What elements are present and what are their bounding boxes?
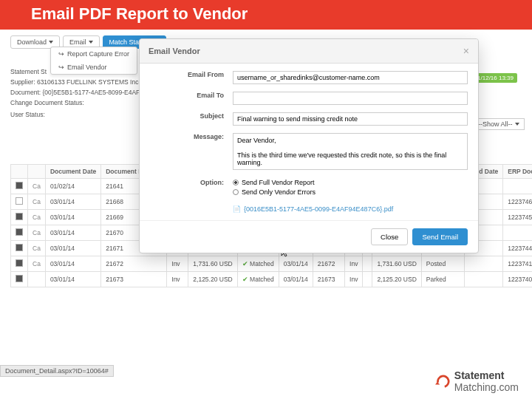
label-subject: Subject [150, 112, 233, 120]
cell-edoc: 1223745 [503, 210, 532, 225]
cell-amount: 1,731.60 USD [372, 256, 421, 272]
page-title: Email PDF Report to Vendor [0, 0, 532, 30]
col-doc-date[interactable]: Document Date [45, 165, 100, 179]
dropdown-report-error[interactable]: ↪Report Capture Error [51, 47, 137, 61]
cell-val: 2,125.20 USD [188, 272, 237, 287]
cell-docnum: 21672 [101, 256, 167, 272]
row-checkbox[interactable] [16, 228, 23, 236]
caret-icon [49, 41, 53, 44]
cell-docnum: 21673 [101, 272, 167, 287]
close-button[interactable]: Close [371, 228, 408, 245]
chat-icon[interactable]: Ca [33, 198, 41, 205]
cell-edoc [503, 179, 532, 194]
cell-edoc: 1223746 [503, 194, 532, 210]
row-checkbox[interactable] [16, 182, 23, 189]
dropdown-email-vendor[interactable]: ↪Email Vendor [51, 61, 137, 74]
cell-paid [465, 256, 503, 272]
option-full-report[interactable]: Send Full Vendor Report [233, 179, 468, 186]
table-row[interactable]: 03/01/14 21673 Inv 2,125.20 USD ✔ Matche… [11, 272, 533, 287]
cell-inv: Inv [167, 256, 188, 272]
label-option: Option: [150, 179, 233, 186]
cell-edoc: 1223744 [503, 241, 532, 256]
cell-inv: Inv [167, 272, 188, 287]
cell-date: 01/02/14 [45, 179, 100, 194]
chat-icon[interactable]: Ca [33, 229, 41, 236]
cell-date: 03/01/14 [45, 194, 100, 210]
cell-match: ✔ Matched [237, 256, 279, 272]
table-row[interactable]: Ca 03/01/14 21672 Inv 1,731.60 USD ✔ Mat… [11, 256, 533, 272]
cell-date: 03/01/14 [45, 256, 100, 272]
cell-edoc [503, 225, 532, 241]
attachment-link[interactable]: 📄 {0016E5B1-5177-4AE5-0099-E4AF94E487C6}… [233, 205, 468, 213]
status-url: Document_Detail.aspx?ID=10064# [0, 365, 114, 377]
cell-erp: Posted [421, 256, 465, 272]
logo-icon [435, 373, 451, 389]
cell-edoc: 1223740 [503, 272, 532, 287]
cell-date: 03/01/14 [45, 225, 100, 241]
email-vendor-modal: Email Vendor × Email From Email To Subje… [139, 38, 479, 253]
cell-amount: 2,125.20 USD [372, 272, 421, 287]
cell-mdate: 03/01/14 [279, 272, 313, 287]
close-icon[interactable]: × [463, 45, 469, 57]
cell-mnum: 21672 [313, 256, 344, 272]
label-to: Email To [150, 92, 233, 99]
label-from: Email From [150, 71, 233, 78]
caret-icon [89, 41, 93, 44]
row-checkbox[interactable] [16, 259, 23, 267]
row-checkbox[interactable] [16, 244, 23, 251]
cell-minv: Inv [345, 256, 363, 272]
cell-date: 03/01/14 [45, 210, 100, 225]
option-only-errors[interactable]: Send Only Vendor Errors [233, 188, 468, 196]
brand-logo: StatementMatching.com [435, 369, 519, 393]
caret-icon [515, 123, 519, 126]
cell-val: 1,731.60 USD [188, 256, 237, 272]
col-chat [28, 165, 46, 179]
chat-icon[interactable]: Ca [33, 260, 41, 267]
col-check [11, 165, 28, 179]
email-to-input[interactable] [233, 92, 468, 105]
cell-mdate: 03/01/14 [279, 256, 313, 272]
subject-input[interactable] [233, 112, 468, 126]
email-dropdown: ↪Report Capture Error ↪Email Vendor [50, 47, 137, 75]
cell-paid [465, 272, 503, 287]
row-checkbox[interactable] [16, 197, 23, 205]
pdf-icon: 📄 [233, 205, 241, 213]
row-checkbox[interactable] [16, 275, 23, 282]
row-checkbox[interactable] [16, 213, 23, 220]
cell-erp: Parked [421, 272, 465, 287]
label-message: Message: [150, 133, 233, 140]
message-textarea[interactable] [233, 133, 468, 170]
reply-icon: ↪ [58, 64, 64, 71]
cell-date: 03/01/14 [45, 272, 100, 287]
chat-icon[interactable]: Ca [33, 214, 41, 221]
cell-date: 03/01/14 [45, 241, 100, 256]
status-filter[interactable]: --Show All-- [473, 118, 525, 130]
col-erp-doc[interactable]: ERP Doc Number [503, 165, 532, 179]
modal-title: Email Vendor [149, 47, 200, 55]
chat-icon[interactable]: Ca [33, 183, 41, 190]
email-from-input[interactable] [233, 71, 468, 84]
reply-icon: ↪ [58, 50, 64, 58]
radio-icon [233, 189, 239, 195]
cell-minv: Inv [345, 272, 363, 287]
cell-match: ✔ Matched [237, 272, 279, 287]
radio-icon [233, 180, 239, 185]
send-email-button[interactable]: Send Email [412, 228, 468, 245]
chat-icon[interactable]: Ca [33, 245, 41, 252]
cell-mnum: 21673 [313, 272, 344, 287]
cell-edoc: 1223741 [503, 256, 532, 272]
